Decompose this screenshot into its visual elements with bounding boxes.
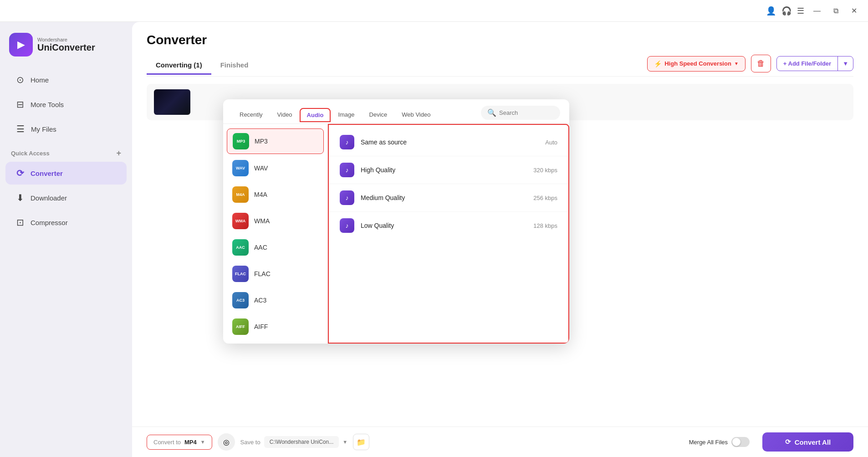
sidebar-item-home[interactable]: ⊙ Home xyxy=(5,68,127,91)
tab-finished[interactable]: Finished xyxy=(211,56,258,75)
convert-to-box[interactable]: Convert to MP4 ▼ xyxy=(147,435,212,450)
format-label: AIFF xyxy=(254,323,268,330)
save-to-box: Save to C:\Wondershare UniCon... ▼ xyxy=(240,436,348,448)
quality-label: High Quality xyxy=(361,166,527,174)
convert-all-label: Convert All xyxy=(795,438,831,446)
sidebar-item-label: Converter xyxy=(31,169,63,177)
quality-item-medium[interactable]: ♪ Medium Quality 256 kbps xyxy=(329,184,568,212)
sidebar-item-label: Compressor xyxy=(31,219,68,226)
target-settings-button[interactable]: ◎ xyxy=(218,433,235,451)
high-speed-button[interactable]: ⚡ High Speed Conversion ▼ xyxy=(647,56,745,72)
dd-tab-recently[interactable]: Recently xyxy=(232,108,270,123)
browse-folder-button[interactable]: 📁 xyxy=(353,434,369,450)
wav-icon: WAV xyxy=(232,160,249,176)
format-label: MP3 xyxy=(255,138,268,145)
profile-icon[interactable]: 👤 xyxy=(766,6,776,16)
quick-access-add[interactable]: + xyxy=(116,149,121,158)
quality-label: Same as source xyxy=(361,139,539,146)
close-button[interactable]: ✕ xyxy=(848,5,861,17)
titlebar: 👤 🎧 ☰ — ⧉ ✕ xyxy=(0,0,868,22)
logo-sub: Wondershare xyxy=(37,37,95,42)
home-icon: ⊙ xyxy=(16,74,24,85)
quality-item-low[interactable]: ♪ Low Quality 128 kbps xyxy=(329,212,568,239)
add-file-button[interactable]: + Add File/Folder ▼ xyxy=(776,56,853,71)
format-label: AC3 xyxy=(254,297,266,304)
quality-value: 320 kbps xyxy=(533,167,557,174)
format-item-mp3[interactable]: MP3 MP3 xyxy=(227,128,324,154)
tabs-bar: Converting (1) Finished ⚡ High Speed Con… xyxy=(147,55,853,77)
merge-files-control: Merge All Files xyxy=(689,437,750,447)
format-dropdown: Recently Video Audio Image Device Web Vi… xyxy=(223,99,569,344)
page-title: Converter xyxy=(147,33,853,47)
dd-tab-image[interactable]: Image xyxy=(331,108,362,123)
app-body: ▶ Wondershare UniConverter ⊙ Home ⊟ More… xyxy=(0,22,868,457)
mp3-icon: MP3 xyxy=(233,133,249,149)
minimize-button[interactable]: — xyxy=(810,5,824,17)
quick-access-label: Quick Access xyxy=(11,150,50,157)
main-content: Converter Converting (1) Finished ⚡ High… xyxy=(132,22,868,457)
sidebar-item-converter[interactable]: ⟳ Converter xyxy=(5,162,127,185)
save-to-path: C:\Wondershare UniCon... xyxy=(264,436,339,448)
tab-converting[interactable]: Converting (1) xyxy=(147,56,211,75)
delete-button[interactable]: 🗑 xyxy=(751,55,771,72)
toggle-knob xyxy=(732,438,740,446)
format-list: MP3 MP3 WAV WAV M4A M4A WMA xyxy=(223,124,328,344)
sidebar-item-my-files[interactable]: ☰ My Files xyxy=(5,118,127,140)
format-item-wma[interactable]: WMA WMA xyxy=(223,208,327,234)
quality-icon: ♪ xyxy=(340,135,354,149)
dd-tab-audio[interactable]: Audio xyxy=(300,108,331,122)
merge-files-label: Merge All Files xyxy=(689,439,728,446)
main-header: Converter Converting (1) Finished ⚡ High… xyxy=(132,22,868,77)
add-file-arrow-icon[interactable]: ▼ xyxy=(837,56,853,71)
dd-tab-device[interactable]: Device xyxy=(362,108,395,123)
downloader-icon: ⬇ xyxy=(16,192,24,203)
compressor-icon: ⊡ xyxy=(16,217,24,228)
maximize-button[interactable]: ⧉ xyxy=(830,5,842,17)
sidebar-item-more-tools[interactable]: ⊟ More Tools xyxy=(5,93,127,116)
merge-files-toggle[interactable] xyxy=(731,437,750,447)
search-box[interactable]: 🔍 xyxy=(481,106,560,120)
search-input[interactable] xyxy=(499,109,554,116)
quality-icon: ♪ xyxy=(340,190,354,205)
logo-text: Wondershare UniConverter xyxy=(37,37,95,53)
convert-to-value: MP4 xyxy=(184,439,197,446)
format-item-aiff[interactable]: AIFF AIFF xyxy=(223,313,327,340)
headset-icon[interactable]: 🎧 xyxy=(781,6,791,16)
bolt-icon: ⚡ xyxy=(654,60,662,67)
bottom-bar: Convert to MP4 ▼ ◎ Save to C:\Wondershar… xyxy=(132,426,868,457)
sidebar: ▶ Wondershare UniConverter ⊙ Home ⊟ More… xyxy=(0,22,132,457)
quality-icon: ♪ xyxy=(340,163,354,177)
save-to-arrow-icon[interactable]: ▼ xyxy=(342,439,347,445)
format-item-ac3[interactable]: AC3 AC3 xyxy=(223,287,327,313)
format-item-m4a[interactable]: M4A M4A xyxy=(223,181,327,208)
dropdown-tabs: Recently Video Audio Image Device Web Vi… xyxy=(223,99,569,124)
quality-value: 256 kbps xyxy=(533,195,557,201)
sidebar-item-compressor[interactable]: ⊡ Compressor xyxy=(5,211,127,234)
sidebar-item-downloader[interactable]: ⬇ Downloader xyxy=(5,186,127,209)
format-item-wav[interactable]: WAV WAV xyxy=(223,155,327,181)
sidebar-item-label: My Files xyxy=(31,125,56,133)
my-files-icon: ☰ xyxy=(16,123,25,134)
quality-item-high[interactable]: ♪ High Quality 320 kbps xyxy=(329,156,568,184)
search-icon: 🔍 xyxy=(487,108,496,117)
tabs-left: Converting (1) Finished xyxy=(147,56,257,74)
format-item-aac[interactable]: AAC AAC xyxy=(223,234,327,261)
dd-tab-web-video[interactable]: Web Video xyxy=(394,108,438,123)
dd-tab-video[interactable]: Video xyxy=(270,108,300,123)
format-label: AAC xyxy=(254,244,267,251)
convert-all-button[interactable]: ⟳ Convert All xyxy=(762,432,853,452)
format-label: WAV xyxy=(254,164,268,172)
format-label: WMA xyxy=(254,217,270,225)
format-label: M4A xyxy=(254,191,267,198)
logo-area: ▶ Wondershare UniConverter xyxy=(0,29,132,67)
file-list-area: Recently Video Audio Image Device Web Vi… xyxy=(132,77,868,426)
app-logo-icon: ▶ xyxy=(9,33,33,56)
more-tools-icon: ⊟ xyxy=(16,99,24,110)
quality-item-same-as-source[interactable]: ♪ Same as source Auto xyxy=(329,128,568,156)
menu-icon[interactable]: ☰ xyxy=(797,6,804,16)
format-label: FLAC xyxy=(254,270,271,277)
ac3-icon: AC3 xyxy=(232,292,249,308)
add-file-main[interactable]: + Add File/Folder xyxy=(777,56,837,71)
format-item-flac[interactable]: FLAC FLAC xyxy=(223,261,327,287)
high-speed-label: High Speed Conversion xyxy=(664,60,731,67)
